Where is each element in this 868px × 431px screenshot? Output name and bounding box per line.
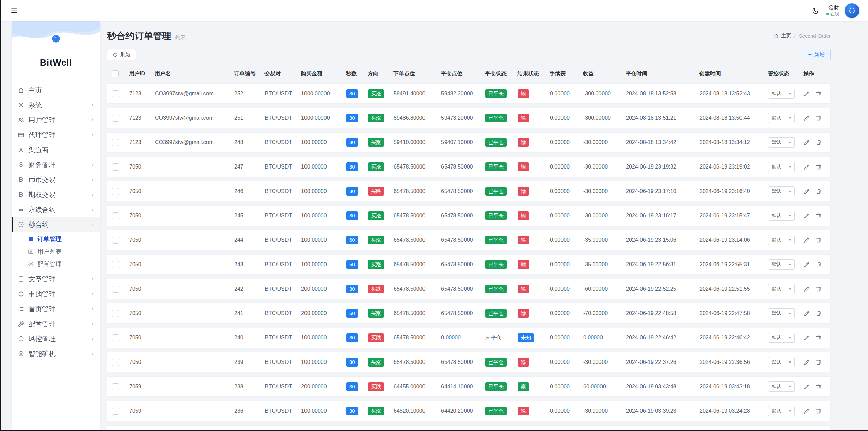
delete-button[interactable] [815,164,822,170]
row-checkbox[interactable] [112,188,119,195]
sidebar-item[interactable]: 系统 [12,98,100,113]
control-status-select[interactable]: 默认 [768,381,795,392]
breadcrumb-home[interactable]: 主页 [774,33,791,39]
row-checkbox[interactable] [112,334,119,341]
seconds-badge: 30 [346,407,358,415]
control-status-value: 默认 [772,286,781,292]
theme-toggle-button[interactable] [810,5,821,16]
pencil-icon [804,359,810,366]
row-checkbox[interactable] [112,261,119,268]
delete-button[interactable] [815,286,822,292]
sidebar-item[interactable]: 主页 [12,83,100,98]
control-status-select[interactable]: 默认 [768,357,795,367]
refresh-button[interactable]: 刷新 [107,49,136,60]
control-status-select[interactable]: 默认 [768,162,795,172]
sidebar-subitem[interactable]: 配置管理 [12,258,100,270]
sidebar-item[interactable]: 智能矿机 [12,346,100,361]
edit-button[interactable] [804,359,810,366]
sidebar-item[interactable]: 风控管理 [12,331,100,346]
sidebar-item[interactable]: B币币交易 [12,172,100,187]
sidebar-item[interactable]: B期权交易 [12,187,100,202]
delete-button[interactable] [815,335,822,341]
column-header: 方向 [368,70,393,77]
select-all-checkbox[interactable] [112,70,119,77]
sidebar-subitem[interactable]: 用户列表 [12,245,100,258]
control-status-select[interactable]: 默认 [768,333,795,343]
sidebar-item[interactable]: 首页管理 [12,301,100,316]
row-checkbox[interactable] [112,237,119,244]
edit-button[interactable] [804,335,810,341]
edit-button[interactable] [804,261,810,268]
sidebar-toggle-button[interactable] [9,5,19,16]
edit-button[interactable] [804,384,810,390]
control-status-select[interactable]: 默认 [768,308,795,318]
avatar[interactable] [845,3,859,18]
caret-down-icon [789,313,791,314]
column-header: 收益 [583,70,626,77]
sidebar-item[interactable]: ∞永续合约 [12,202,100,217]
sidebar-item[interactable]: 渠道商 [12,142,100,157]
user-block[interactable]: 發財 在线 [826,4,839,17]
control-status-select[interactable]: 默认 [768,186,795,196]
delete-button[interactable] [815,188,822,195]
cell-close-price: 0.00000 [441,335,485,341]
control-status-select[interactable]: 默认 [768,211,795,221]
direction-badge: 买涨 [368,358,384,367]
row-checkbox[interactable] [112,408,119,415]
cell-close-time: 2024-06-19 23:15:06 [626,237,699,243]
control-status-value: 默认 [772,384,781,390]
edit-button[interactable] [804,408,810,414]
sidebar-item[interactable]: 秒合约 [12,217,100,232]
row-checkbox[interactable] [112,115,119,122]
delete-button[interactable] [815,359,822,366]
row-checkbox[interactable] [112,383,119,390]
row-checkbox[interactable] [112,139,119,146]
control-status-select[interactable]: 默认 [768,89,795,99]
edit-button[interactable] [804,237,810,243]
delete-button[interactable] [815,213,822,219]
add-button[interactable]: + 新增 [802,49,831,60]
cell-amount: 1000.00000 [301,91,346,97]
result-badge: 输 [518,211,529,220]
control-status-select[interactable]: 默认 [768,259,795,270]
edit-button[interactable] [804,164,810,170]
delete-button[interactable] [815,261,822,268]
delete-button[interactable] [815,384,822,390]
chevleft-icon [90,207,95,212]
sidebar-item[interactable]: 用户管理 [12,113,100,128]
row-checkbox[interactable] [112,286,119,293]
sidebar-subitem[interactable]: 订单管理 [12,233,100,245]
edit-button[interactable] [804,139,810,146]
trash-icon [815,115,822,121]
row-checkbox[interactable] [112,310,119,317]
sidebar-item[interactable]: 代理管理 [12,128,100,142]
row-checkbox[interactable] [112,163,119,171]
edit-button[interactable] [804,286,810,292]
edit-button[interactable] [804,91,810,97]
edit-button[interactable] [804,115,810,121]
row-checkbox[interactable] [112,359,119,366]
control-status-select[interactable]: 默认 [768,406,795,416]
control-status-select[interactable]: 默认 [768,235,795,245]
delete-button[interactable] [815,310,822,317]
delete-button[interactable] [815,91,822,97]
row-checkbox[interactable] [112,90,119,97]
row-checkbox[interactable] [112,212,119,219]
direction-badge: 买涨 [368,138,384,147]
sidebar-item[interactable]: $财务管理 [12,157,100,172]
edit-button[interactable] [804,188,810,195]
delete-button[interactable] [815,237,822,243]
delete-button[interactable] [815,408,822,414]
column-header: 购买金额 [301,70,346,77]
sidebar-item[interactable]: 文章管理 [12,272,100,287]
sidebar-item[interactable]: 申购管理 [12,287,100,301]
control-status-select[interactable]: 默认 [768,284,795,294]
edit-button[interactable] [804,213,810,219]
delete-button[interactable] [815,139,822,146]
control-status-select[interactable]: 默认 [768,113,795,123]
caret-down-icon [789,410,791,412]
control-status-select[interactable]: 默认 [768,137,795,148]
sidebar-item[interactable]: 配置管理 [12,316,100,331]
delete-button[interactable] [815,115,822,121]
edit-button[interactable] [804,310,810,317]
